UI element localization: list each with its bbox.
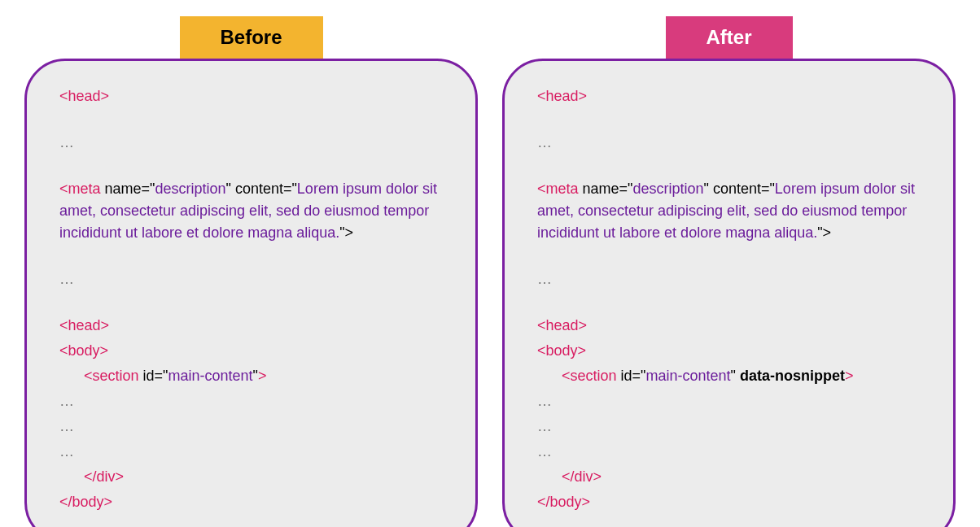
code-line: … [537, 132, 921, 154]
after-panel-wrapper: After <head> … <meta name="description" … [502, 16, 956, 527]
before-label: Before [179, 16, 322, 59]
code-line: … [59, 390, 443, 412]
code-line: </div> [537, 466, 921, 488]
code-line: … [59, 441, 443, 463]
after-label: After [665, 16, 792, 59]
code-line: … [59, 416, 443, 438]
code-line: <head> [59, 315, 443, 337]
before-code-panel: <head> … <meta name="description" conten… [24, 59, 478, 527]
code-line: <body> [59, 340, 443, 362]
code-line: … [59, 132, 443, 154]
code-line: </body> [537, 491, 921, 513]
code-line: <meta name="description" content="Lorem … [59, 178, 443, 244]
after-code-panel: <head> … <meta name="description" conten… [502, 59, 956, 527]
code-line: … [537, 441, 921, 463]
code-line: … [537, 268, 921, 290]
code-line: </body> [59, 491, 443, 513]
code-line: </div> [59, 466, 443, 488]
code-line: <head> [59, 85, 443, 107]
before-panel-wrapper: Before <head> … <meta name="description"… [24, 16, 478, 527]
code-line: <body> [537, 340, 921, 362]
code-line: <meta name="description" content="Lorem … [537, 178, 921, 244]
code-line: <head> [537, 85, 921, 107]
code-line: … [59, 268, 443, 290]
code-line: <section id="main-content"> [59, 365, 443, 387]
code-line: <head> [537, 315, 921, 337]
code-line: <section id="main-content" data-nosnippe… [537, 365, 921, 387]
code-line: … [537, 416, 921, 438]
code-line: … [537, 390, 921, 412]
